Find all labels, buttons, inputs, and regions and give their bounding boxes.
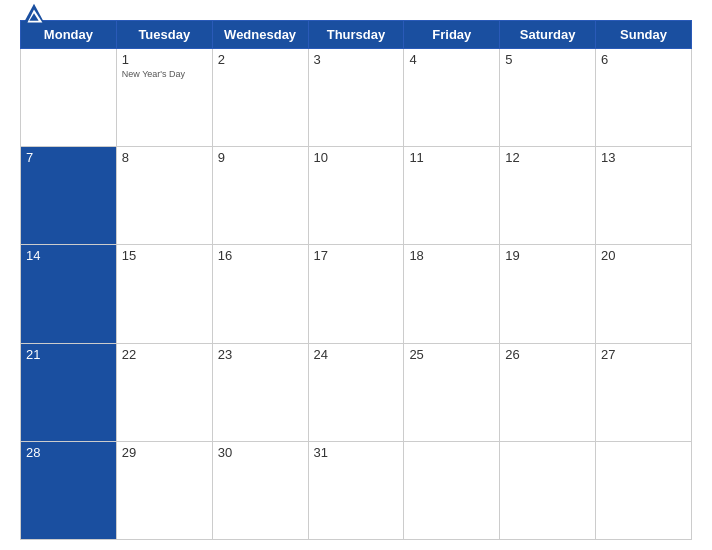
calendar-cell: 22	[116, 343, 212, 441]
calendar-cell: 19	[500, 245, 596, 343]
calendar-cell: 24	[308, 343, 404, 441]
day-number: 28	[26, 445, 111, 460]
day-number: 10	[314, 150, 399, 165]
day-number: 26	[505, 347, 590, 362]
weekday-header-saturday: Saturday	[500, 21, 596, 49]
weekday-header-wednesday: Wednesday	[212, 21, 308, 49]
day-number: 18	[409, 248, 494, 263]
day-number: 30	[218, 445, 303, 460]
calendar-cell: 15	[116, 245, 212, 343]
calendar-cell: 18	[404, 245, 500, 343]
day-number: 3	[314, 52, 399, 67]
day-number: 8	[122, 150, 207, 165]
day-number: 6	[601, 52, 686, 67]
day-number: 19	[505, 248, 590, 263]
day-number: 2	[218, 52, 303, 67]
day-number: 27	[601, 347, 686, 362]
day-number: 4	[409, 52, 494, 67]
day-number: 15	[122, 248, 207, 263]
calendar-cell: 14	[21, 245, 117, 343]
calendar-cell: 11	[404, 147, 500, 245]
day-number: 31	[314, 445, 399, 460]
day-number: 14	[26, 248, 111, 263]
calendar-cell: 25	[404, 343, 500, 441]
day-number: 16	[218, 248, 303, 263]
day-number: 20	[601, 248, 686, 263]
calendar-cell: 31	[308, 441, 404, 539]
day-number: 12	[505, 150, 590, 165]
calendar-cell: 1New Year's Day	[116, 49, 212, 147]
calendar-cell: 8	[116, 147, 212, 245]
calendar-week-row: 78910111213	[21, 147, 692, 245]
weekday-header-friday: Friday	[404, 21, 500, 49]
calendar-cell: 12	[500, 147, 596, 245]
calendar-cell: 29	[116, 441, 212, 539]
calendar-cell	[21, 49, 117, 147]
weekday-header-row: MondayTuesdayWednesdayThursdayFridaySatu…	[21, 21, 692, 49]
calendar-cell: 10	[308, 147, 404, 245]
weekday-header-sunday: Sunday	[596, 21, 692, 49]
calendar-table: MondayTuesdayWednesdayThursdayFridaySatu…	[20, 20, 692, 540]
day-number: 7	[26, 150, 111, 165]
day-number: 11	[409, 150, 494, 165]
calendar-cell: 20	[596, 245, 692, 343]
day-number: 9	[218, 150, 303, 165]
calendar-cell	[404, 441, 500, 539]
day-number: 1	[122, 52, 207, 67]
calendar-cell: 13	[596, 147, 692, 245]
day-number: 13	[601, 150, 686, 165]
calendar-cell	[500, 441, 596, 539]
calendar-cell: 23	[212, 343, 308, 441]
calendar-cell: 3	[308, 49, 404, 147]
day-number: 17	[314, 248, 399, 263]
calendar-cell: 6	[596, 49, 692, 147]
day-number: 21	[26, 347, 111, 362]
day-number: 5	[505, 52, 590, 67]
calendar-cell: 26	[500, 343, 596, 441]
calendar-cell: 4	[404, 49, 500, 147]
calendar-cell: 27	[596, 343, 692, 441]
calendar-week-row: 1New Year's Day23456	[21, 49, 692, 147]
weekday-header-thursday: Thursday	[308, 21, 404, 49]
logo	[20, 2, 52, 30]
calendar-cell: 2	[212, 49, 308, 147]
calendar-cell: 17	[308, 245, 404, 343]
calendar-cell: 28	[21, 441, 117, 539]
calendar-cell: 7	[21, 147, 117, 245]
calendar-cell: 16	[212, 245, 308, 343]
calendar-cell: 9	[212, 147, 308, 245]
weekday-header-tuesday: Tuesday	[116, 21, 212, 49]
day-number: 22	[122, 347, 207, 362]
day-number: 29	[122, 445, 207, 460]
logo-icon	[20, 2, 48, 30]
calendar-cell: 21	[21, 343, 117, 441]
calendar-cell: 30	[212, 441, 308, 539]
day-number: 25	[409, 347, 494, 362]
calendar-week-row: 28293031	[21, 441, 692, 539]
calendar-week-row: 21222324252627	[21, 343, 692, 441]
day-number: 23	[218, 347, 303, 362]
calendar-cell: 5	[500, 49, 596, 147]
calendar-cell	[596, 441, 692, 539]
holiday-label: New Year's Day	[122, 69, 207, 80]
day-number: 24	[314, 347, 399, 362]
calendar-week-row: 14151617181920	[21, 245, 692, 343]
